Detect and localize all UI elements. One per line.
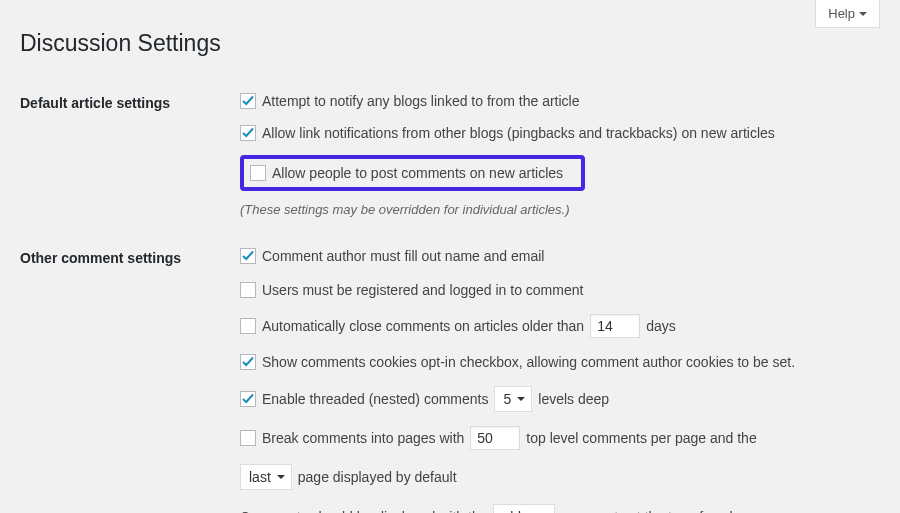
option-label-pre: Enable threaded (nested) comments <box>262 392 488 406</box>
option-page-order: last page displayed by default <box>240 464 870 490</box>
checkbox-checked-icon <box>240 248 256 264</box>
option-label-pre: Break comments into pages with <box>262 431 464 445</box>
chevron-down-icon <box>859 10 867 18</box>
chevron-down-icon <box>277 473 285 481</box>
option-label: Users must be registered and logged in t… <box>262 283 583 297</box>
page-order-select[interactable]: last <box>240 464 292 490</box>
option-label: Show comments cookies opt-in checkbox, a… <box>262 355 795 369</box>
option-label: Comment author must fill out name and em… <box>262 249 544 263</box>
checkbox-unchecked-icon <box>240 318 256 334</box>
option-allow-comments-highlighted[interactable]: Allow people to post comments on new art… <box>240 155 585 191</box>
option-label: Allow people to post comments on new art… <box>272 166 563 180</box>
option-break-pages[interactable]: Break comments into pages with top level… <box>240 426 870 450</box>
checkbox-unchecked-icon <box>240 430 256 446</box>
option-display-order: Comments should be displayed with the ol… <box>240 504 870 513</box>
option-label: Attempt to notify any blogs linked to fr… <box>262 94 580 108</box>
checkbox-unchecked-icon <box>250 165 266 181</box>
select-value: 5 <box>503 392 511 406</box>
select-value: last <box>249 470 271 484</box>
option-label-post: top level comments per page and the <box>526 431 756 445</box>
checkbox-checked-icon <box>240 391 256 407</box>
option-pingback[interactable]: Attempt to notify any blogs linked to fr… <box>240 91 870 111</box>
per-page-input[interactable] <box>470 426 520 450</box>
display-order-select[interactable]: older <box>493 504 554 513</box>
checkbox-unchecked-icon <box>240 282 256 298</box>
section-heading-default: Default article settings <box>20 81 240 236</box>
option-cookies[interactable]: Show comments cookies opt-in checkbox, a… <box>240 352 870 372</box>
option-auto-close[interactable]: Automatically close comments on articles… <box>240 314 870 338</box>
option-registered[interactable]: Users must be registered and logged in t… <box>240 280 870 300</box>
option-threaded[interactable]: Enable threaded (nested) comments 5 leve… <box>240 386 870 412</box>
option-label-post: page displayed by default <box>298 470 457 484</box>
option-label: Allow link notifications from other blog… <box>262 126 775 140</box>
chevron-down-icon <box>517 395 525 403</box>
threaded-levels-select[interactable]: 5 <box>494 386 532 412</box>
option-label-pre: Automatically close comments on articles… <box>262 319 584 333</box>
option-label-post: levels deep <box>538 392 609 406</box>
option-label-post: days <box>646 319 676 333</box>
help-tab[interactable]: Help <box>815 0 880 28</box>
option-name-email[interactable]: Comment author must fill out name and em… <box>240 246 870 266</box>
help-label: Help <box>828 6 855 21</box>
checkbox-checked-icon <box>240 354 256 370</box>
settings-note: (These settings may be overridden for in… <box>240 203 870 216</box>
close-days-input[interactable] <box>590 314 640 338</box>
section-heading-other: Other comment settings <box>20 236 240 513</box>
checkbox-checked-icon <box>240 93 256 109</box>
checkbox-checked-icon <box>240 125 256 141</box>
option-trackback[interactable]: Allow link notifications from other blog… <box>240 123 870 143</box>
page-title: Discussion Settings <box>20 30 880 57</box>
